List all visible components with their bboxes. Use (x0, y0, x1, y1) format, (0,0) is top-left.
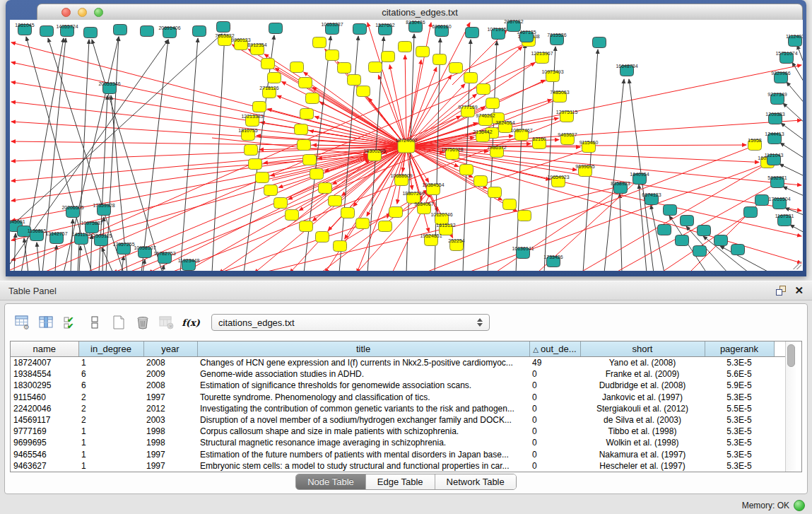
cell-name: 9777169 (11, 426, 78, 437)
cell-short: Jankovic et al. (1997) (580, 392, 705, 403)
cell-name: 18724007 (11, 357, 78, 369)
cell-out-de-: 0 (529, 380, 580, 391)
column-header-out-de-[interactable]: △out_de... (529, 341, 580, 357)
create-column-button[interactable] (108, 312, 129, 333)
selection-mode-button[interactable]: ✔✔ (60, 312, 81, 333)
table-row[interactable]: 969969511998Structural magnetic resonanc… (11, 437, 785, 448)
window-resize-grip[interactable] (793, 261, 801, 269)
svg-text:1209383: 1209383 (765, 112, 784, 117)
cell-in-degree: 1 (78, 460, 143, 472)
memory-ok-indicator[interactable] (794, 500, 805, 511)
show-columns-button[interactable] (36, 312, 57, 333)
cell-short: Dudbridge et al. (2008) (580, 380, 705, 391)
svg-text:20691406: 20691406 (158, 25, 180, 30)
close-panel-icon[interactable]: ✕ (794, 286, 804, 296)
function-builder-button[interactable]: f(x) (180, 312, 201, 333)
table-row[interactable]: 946362711997Embryonic stem cells: a mode… (11, 460, 785, 472)
svg-text:7615526: 7615526 (547, 33, 566, 37)
column-header-in-degree[interactable]: in_degree (78, 341, 143, 357)
cell-out-de-: 0 (529, 392, 580, 403)
node-table-grid: namein_degreeyeartitle△out_de...shortpag… (11, 341, 785, 472)
cell-filler (774, 368, 785, 380)
table-row[interactable]: 946554611997Estimation of the future num… (11, 449, 785, 460)
svg-text:62160: 62160 (532, 136, 546, 141)
cell-filler (774, 414, 785, 426)
svg-text:⚙: ⚙ (23, 323, 30, 330)
cell-out-de-: 0 (529, 437, 580, 448)
svg-text:✔: ✔ (67, 322, 73, 330)
svg-text:1640954: 1640954 (630, 172, 649, 177)
table-row[interactable]: 1938455462009Genome-wide association stu… (11, 368, 785, 380)
column-header-year[interactable]: year (143, 341, 197, 357)
cell-name: 18300295 (11, 380, 78, 391)
cell-short: Yano et al. (2008) (580, 357, 705, 369)
cell-pagerank: 5.3E-5 (705, 392, 774, 403)
table-row[interactable]: 911546021997Tourette syndrome. Phenomeno… (11, 392, 785, 403)
table-selector-dropdown[interactable]: citations_edges.txt (211, 314, 490, 331)
cell-title: Structural magnetic resonance image aver… (197, 437, 529, 448)
svg-text:20053346: 20053346 (98, 81, 120, 86)
svg-text:9115460: 9115460 (579, 140, 599, 145)
delete-column-button[interactable] (132, 312, 153, 333)
screen: citations_edges.txt 76638229960123891235… (0, 0, 812, 514)
svg-text:12505115: 12505115 (90, 233, 112, 238)
svg-text:10975887: 10975887 (81, 221, 102, 226)
column-header-filler (774, 341, 785, 357)
table-scrollbar-thumb[interactable] (787, 344, 795, 367)
cell-year: 2003 (143, 414, 197, 426)
cell-name: 9115460 (11, 392, 78, 403)
network-graph[interactable]: 7663822996012389123542718126122133831810… (10, 20, 803, 271)
network-window-titlebar[interactable]: citations_edges.txt (37, 4, 803, 21)
table-panel-body: ⚙ ✔✔ ✕ (4, 303, 808, 494)
cell-title: Estimation of the future numbers of pati… (197, 449, 529, 460)
cell-title: Tourette syndrome. Phenomenology and cla… (197, 392, 529, 403)
tab-edge-table[interactable]: Edge Table (366, 474, 435, 489)
column-header-pagerank[interactable]: pagerank (705, 341, 774, 357)
table-row[interactable]: 1456911722003Disruption of a novel membe… (11, 414, 785, 426)
table-row[interactable]: 977716911998Corpus callosum shape and si… (11, 426, 785, 437)
cell-in-degree: 6 (78, 380, 143, 391)
svg-text:1615132: 1615132 (436, 223, 455, 228)
cell-out-de-: 0 (529, 368, 580, 380)
network-canvas[interactable]: 7663822996012389123542718126122133831810… (10, 20, 803, 271)
svg-text:1861045: 1861045 (15, 23, 34, 28)
float-panel-icon[interactable] (776, 286, 786, 296)
cell-title: Embryonic stem cells: a model to study s… (197, 460, 529, 472)
cell-short: Wolkin et al. (1998) (580, 437, 705, 448)
table-options-button[interactable]: ⚙ (12, 312, 33, 333)
cell-pagerank: 5.6E-5 (705, 368, 774, 380)
cell-out-de-: 0 (529, 403, 580, 414)
svg-text:12213383: 12213383 (241, 114, 263, 119)
svg-text:19756928: 19756928 (441, 147, 463, 152)
row-height-button[interactable] (84, 312, 105, 333)
tab-network-table[interactable]: Network Table (435, 474, 516, 489)
tab-node-table[interactable]: Node Table (296, 474, 366, 489)
cell-in-degree: 2 (78, 403, 143, 414)
cell-in-degree: 1 (78, 449, 143, 460)
delete-table-button-disabled[interactable]: ✕ (156, 312, 177, 333)
table-row[interactable]: 1872400712008Changes of HCN gene express… (11, 357, 785, 369)
column-header-short[interactable]: short (580, 341, 705, 357)
table-scrollbar[interactable] (785, 341, 796, 472)
svg-text:10807467: 10807467 (510, 128, 532, 133)
cell-pagerank: 5.3E-5 (705, 426, 774, 437)
cell-filler (774, 380, 785, 391)
svg-text:12213967: 12213967 (531, 51, 553, 56)
status-bar: Memory: OK (0, 496, 812, 514)
svg-text:9329966: 9329966 (771, 71, 790, 76)
cell-in-degree: 1 (78, 357, 143, 369)
column-header-name[interactable]: name (11, 341, 78, 357)
svg-text:10688609: 10688609 (390, 173, 412, 178)
svg-text:9746202: 9746202 (476, 113, 495, 118)
table-panel-title: Table Panel (8, 286, 57, 296)
svg-text:18724007: 18724007 (395, 138, 417, 143)
node-table: namein_degreeyeartitle△out_de...shortpag… (10, 341, 802, 472)
table-row[interactable]: 2242004622012Investigating the contribut… (11, 403, 785, 414)
svg-text:9777169: 9777169 (458, 105, 477, 110)
cell-year: 2009 (143, 368, 197, 380)
svg-text:2718126: 2718126 (259, 86, 278, 90)
table-row[interactable]: 1830029562008Estimation of significance … (11, 380, 785, 391)
cell-pagerank: 5.9E-5 (705, 380, 774, 391)
column-header-title[interactable]: title (197, 341, 529, 357)
cell-pagerank: 5.3E-5 (705, 460, 774, 472)
